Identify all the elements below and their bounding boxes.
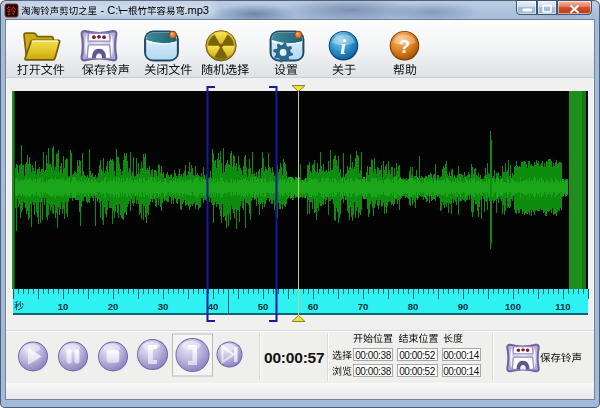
svg-text:.mp3: .mp3 — [185, 4, 209, 16]
svg-text:- C:\: - C:\ — [101, 4, 123, 16]
